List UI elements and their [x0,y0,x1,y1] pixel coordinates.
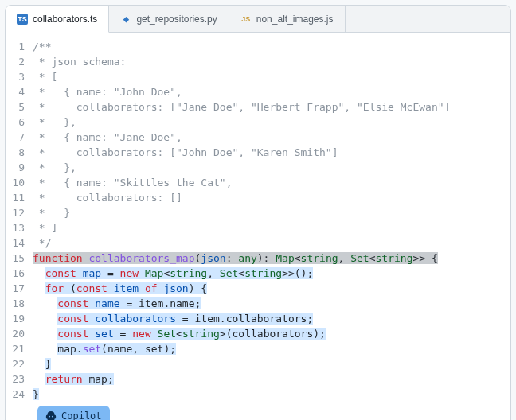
code-line[interactable]: return map; [33,371,502,387]
line-number: 11 [6,190,25,205]
copilot-button[interactable]: Copilot [37,406,110,420]
code-line[interactable]: const name = item.name; [33,296,502,311]
line-number: 10 [6,175,25,190]
copilot-label: Copilot [61,409,102,420]
code-line[interactable]: * }, [33,160,502,175]
tab-label: collaborators.ts [33,14,97,25]
line-number: 8 [6,145,25,160]
tab-get_repositories-py[interactable]: ◆get_repositories.py [109,6,229,32]
line-number: 20 [6,326,25,341]
tab-label: non_alt_images.js [256,14,334,25]
code-area[interactable]: 123456789101112131415161718192021222324 … [6,33,510,420]
code-line[interactable]: const collaborators = item.collaborators… [33,311,502,326]
copilot-icon [45,411,57,421]
code-line[interactable]: * collaborators: [] [33,190,502,205]
code-line[interactable]: * { name: "John Doe", [33,84,502,99]
tab-bar: TScollaborators.ts◆get_repositories.pyJS… [6,6,510,33]
code-line[interactable]: */ [33,235,502,251]
code-line[interactable]: * collaborators: ["John Doe", "Karen Smi… [33,145,502,160]
code-line[interactable]: * } [33,205,502,220]
line-number: 14 [6,235,25,251]
code-line[interactable]: * { name: "Skittles the Cat", [33,175,502,190]
line-number: 3 [6,69,25,84]
code-line[interactable]: * }, [33,115,502,130]
python-icon: ◆ [120,14,131,25]
line-number: 6 [6,115,25,130]
line-number: 24 [6,387,25,402]
line-number: 22 [6,356,25,371]
code-line[interactable]: } [33,387,502,402]
line-number: 18 [6,296,25,311]
line-number: 5 [6,99,25,115]
code-editor: TScollaborators.ts◆get_repositories.pyJS… [5,5,511,420]
typescript-icon: TS [17,14,28,25]
code-line[interactable]: map.set(name, set); [33,341,502,356]
line-number: 16 [6,266,25,281]
code-line[interactable]: /** [33,39,502,54]
line-number: 7 [6,130,25,145]
tab-non_alt_images-js[interactable]: JSnon_alt_images.js [229,6,346,32]
line-number: 15 [6,251,25,266]
code-line[interactable]: function collaborators_map(json: any): M… [33,251,502,266]
line-number: 19 [6,311,25,326]
line-number: 9 [6,160,25,175]
line-number: 13 [6,220,25,235]
line-number: 4 [6,84,25,99]
code-line[interactable]: } [33,356,502,371]
line-number: 2 [6,54,25,69]
line-number: 17 [6,281,25,296]
code-line[interactable]: for (const item of json) { [33,281,502,296]
code-line[interactable]: const set = new Set<string>(collaborator… [33,326,502,341]
line-number: 12 [6,205,25,220]
tab-collaborators-ts[interactable]: TScollaborators.ts [6,6,109,33]
code-line[interactable]: * { name: "Jane Doe", [33,130,502,145]
code-line[interactable]: * ] [33,220,502,235]
code-line[interactable]: * json schema: [33,54,502,69]
line-number: 1 [6,39,25,54]
code-lines[interactable]: /** * json schema: * [ * { name: "John D… [33,39,510,402]
javascript-icon: JS [240,14,252,25]
line-number: 21 [6,341,25,356]
line-number-gutter: 123456789101112131415161718192021222324 [6,39,33,402]
tab-label: get_repositories.py [136,14,217,25]
code-line[interactable]: const map = new Map<string, Set<string>>… [33,266,502,281]
code-line[interactable]: * collaborators: ["Jane Doe", "Herbert F… [33,99,502,115]
line-number: 23 [6,371,25,387]
code-line[interactable]: * [ [33,69,502,84]
